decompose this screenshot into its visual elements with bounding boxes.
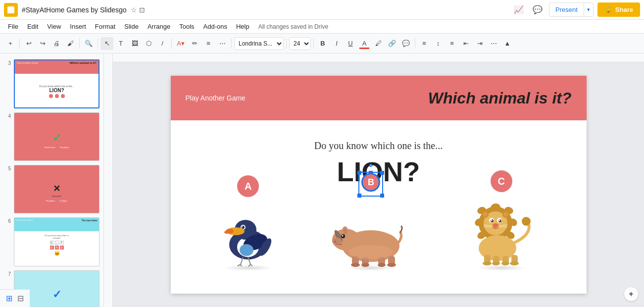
print-button[interactable]: 🖨 xyxy=(50,37,63,50)
list-view-button[interactable]: ⊟ xyxy=(16,293,25,304)
rotate-handle[interactable] xyxy=(369,164,372,167)
doc-title: #StayAtHome Games by Slidesgo xyxy=(22,6,127,14)
grid-view-button[interactable]: ⊞ xyxy=(5,293,13,304)
text-tool-button[interactable]: T xyxy=(114,37,127,50)
border-weight-button[interactable]: ≡ xyxy=(202,37,215,50)
slide-thumb-4[interactable]: 4 ✓ Play Another Play Again xyxy=(0,110,103,163)
menu-insert[interactable]: Insert xyxy=(66,21,90,32)
slide-preview-6[interactable]: Play Another Game The last letter Do you… xyxy=(14,217,99,266)
analytics-icon[interactable]: 📈 xyxy=(511,2,526,17)
menu-arrange[interactable]: Arrange xyxy=(144,21,174,32)
divider-8 xyxy=(415,39,415,49)
slide-thumb-5[interactable]: 5 ✕ OOOOPS!! Play Again Try Again xyxy=(0,163,103,215)
slide-header: Play Another Game Which animal is it? xyxy=(171,76,587,120)
main-layout: 3 Play Another Game Which animal is it? … xyxy=(0,53,644,307)
bullet-list-button[interactable]: ≡ xyxy=(446,37,458,50)
star-icon[interactable]: ☆ xyxy=(131,6,137,14)
slide-preview-5[interactable]: ✕ OOOOPS!! Play Again Try Again xyxy=(14,165,99,213)
shapes-tool-button[interactable]: ⬡ xyxy=(142,37,155,50)
image-tool-button[interactable]: 🖼 xyxy=(128,37,141,50)
rhino-svg xyxy=(331,203,410,267)
option-b[interactable]: B xyxy=(331,203,410,271)
link-button[interactable]: 🔗 xyxy=(386,37,398,50)
menu-format[interactable]: Format xyxy=(91,21,119,32)
fill-color-button[interactable]: A▾ xyxy=(174,37,187,50)
app-logo xyxy=(4,3,18,17)
slide-thumb-3[interactable]: 3 Play Another Game Which animal is it? … xyxy=(0,57,103,110)
folder-icon[interactable]: ⊡ xyxy=(139,6,145,14)
handle-bl xyxy=(357,194,361,198)
svg-point-49 xyxy=(491,220,492,221)
font-size-select[interactable]: 24 xyxy=(289,37,311,50)
thumb-img-5: ✕ OOOOPS!! Play Again Try Again xyxy=(14,165,99,213)
option-a[interactable]: A xyxy=(216,203,280,271)
italic-button[interactable]: I xyxy=(330,37,343,50)
svg-point-8 xyxy=(224,231,229,234)
divider-1 xyxy=(19,39,20,49)
app-logo-inner xyxy=(7,6,14,13)
menu-view[interactable]: View xyxy=(43,21,65,32)
slide-preview-3[interactable]: Play Another Game Which animal is it? Do… xyxy=(14,59,99,108)
line-tool-button[interactable]: / xyxy=(156,37,169,50)
line-spacing-button[interactable]: ↕ xyxy=(432,37,445,50)
thumb-animal-a xyxy=(49,94,53,98)
menu-edit[interactable]: Edit xyxy=(23,21,42,32)
collapse-toolbar-button[interactable]: ▲ xyxy=(501,37,514,50)
handle-tl xyxy=(357,171,361,175)
cursor-tool-button[interactable]: ↖ xyxy=(100,37,113,50)
toucan-container xyxy=(216,203,280,271)
undo-button[interactable]: ↩ xyxy=(22,37,35,50)
menu-help[interactable]: Help xyxy=(232,21,253,32)
more-options-button[interactable]: ⋯ xyxy=(487,37,500,50)
toucan-shadow xyxy=(223,265,273,271)
toucan-svg xyxy=(216,203,280,267)
thumb-content-3: Do you know which one is the... LION? xyxy=(15,74,99,107)
menu-file[interactable]: File xyxy=(4,21,22,32)
present-button-group[interactable]: Present ▾ xyxy=(549,2,594,17)
thumb-btn-play-again: Play Again xyxy=(45,199,57,203)
align-button[interactable]: ≡ xyxy=(418,37,431,50)
option-c[interactable]: C xyxy=(462,198,541,271)
handle-br xyxy=(380,194,384,198)
menu-slide[interactable]: Slide xyxy=(120,21,143,32)
slide-num-4: 4 xyxy=(4,112,11,119)
menu-addons[interactable]: Add-ons xyxy=(199,21,231,32)
slide-num-3: 3 xyxy=(4,59,11,66)
slide-canvas[interactable]: Play Another Game Which animal is it? Do… xyxy=(171,76,587,294)
divider-2 xyxy=(79,39,80,49)
add-button[interactable]: + xyxy=(4,37,17,50)
rhino-container xyxy=(331,203,410,271)
present-main-button[interactable]: Present xyxy=(549,3,584,16)
indent-more-button[interactable]: ⇥ xyxy=(473,37,486,50)
top-bar: #StayAtHome Games by Slidesgo ☆ ⊡ 📈 💬 Pr… xyxy=(0,0,644,20)
present-dropdown-arrow[interactable]: ▾ xyxy=(584,3,593,16)
highlight-button[interactable]: 🖊 xyxy=(372,37,385,50)
option-b-label: B xyxy=(361,173,380,192)
share-button[interactable]: 🔒 Share xyxy=(597,2,640,17)
thumb-animal-c xyxy=(61,94,65,98)
svg-point-54 xyxy=(483,212,488,217)
zoom-fit-button[interactable]: + xyxy=(624,287,638,301)
border-dash-button[interactable]: ⋯ xyxy=(216,37,229,50)
slide-header-left-text: Play Another Game xyxy=(186,94,246,102)
font-name-select[interactable]: Londrina S... xyxy=(234,37,284,50)
svg-point-26 xyxy=(342,235,344,237)
slide-preview-4[interactable]: ✓ Play Another Play Again xyxy=(14,112,99,161)
zoom-button[interactable]: 🔍 xyxy=(82,37,95,50)
lion-container xyxy=(462,198,541,271)
text-color-button[interactable]: A xyxy=(358,37,371,50)
slide-thumb-6[interactable]: 6 Play Another Game The last letter Do y… xyxy=(0,215,103,268)
top-right-actions: 📈 💬 Present ▾ 🔒 Share xyxy=(511,2,640,17)
paint-format-button[interactable]: 🖌 xyxy=(64,37,77,50)
thumb-img-6: Play Another Game The last letter Do you… xyxy=(14,218,99,265)
bold-button[interactable]: B xyxy=(316,37,329,50)
menu-bar: File Edit View Insert Format Slide Arran… xyxy=(0,20,644,34)
indent-less-button[interactable]: ⇤ xyxy=(459,37,472,50)
comments-icon[interactable]: 💬 xyxy=(530,2,545,17)
underline-button[interactable]: U xyxy=(344,37,357,50)
thumb-letter-t: T xyxy=(60,241,64,245)
comment-button[interactable]: 💬 xyxy=(399,37,412,50)
redo-button[interactable]: ↪ xyxy=(36,37,49,50)
border-color-button[interactable]: ✏ xyxy=(188,37,201,50)
menu-tools[interactable]: Tools xyxy=(175,21,198,32)
